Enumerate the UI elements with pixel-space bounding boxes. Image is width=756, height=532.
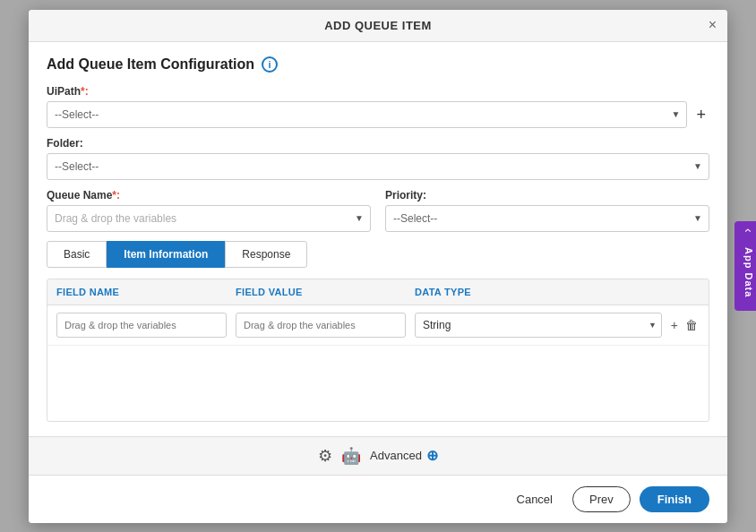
queue-name-input[interactable]: Drag & drop the variables [47,205,371,232]
tab-bar: Basic Item Information Response [47,241,709,268]
table-row: String Number Boolean Date ▼ + 🗑 [47,305,709,346]
folder-label: Folder: [47,137,709,150]
footer-advanced-bar: ⚙ 🤖 Advanced ⊕ [29,436,727,475]
col-field-name: FIELD NAME [56,287,236,297]
priority-select[interactable]: --Select-- [385,205,709,232]
field-name-cell [56,313,227,338]
modal-header: ADD QUEUE ITEM × [29,10,727,42]
col-field-value: FIELD VALUE [236,287,415,297]
prev-button[interactable]: Prev [572,486,631,512]
advanced-label-text: Advanced [370,449,422,462]
tab-basic[interactable]: Basic [47,241,107,268]
col-data-type: DATA TYPE [415,287,700,297]
modal-footer-actions: Cancel Prev Finish [29,475,727,523]
folder-row: Folder: --Select-- ▼ [47,137,709,180]
advanced-section[interactable]: Advanced ⊕ [370,447,438,464]
config-title-text: Add Queue Item Configuration [47,56,254,73]
field-table: FIELD NAME FIELD VALUE DATA TYPE [47,279,709,422]
field-type-cell: String Number Boolean Date ▼ + 🗑 [415,313,700,338]
type-select-wrapper: String Number Boolean Date ▼ [415,313,662,338]
uipath-add-button[interactable]: + [692,105,709,124]
tab-item-information[interactable]: Item Information [107,241,225,268]
bot-icon[interactable]: 🤖 [341,446,361,466]
folder-select-wrapper: --Select-- ▼ [47,153,709,180]
uipath-label: UiPath*: [47,85,709,98]
folder-select[interactable]: --Select-- [47,153,709,180]
priority-form-row: Priority: --Select-- ▼ [385,189,709,232]
field-name-input[interactable] [56,313,227,338]
queue-name-form-row: Queue Name*: Drag & drop the variables ▼ [47,189,371,232]
priority-select-wrapper: --Select-- ▼ [385,205,709,232]
finish-button[interactable]: Finish [640,486,709,512]
config-title-row: Add Queue Item Configuration i [47,56,709,73]
queue-name-placeholder: Drag & drop the variables [55,212,176,225]
modal-body: Add Queue Item Configuration i UiPath*: … [29,42,727,436]
queue-priority-row: Queue Name*: Drag & drop the variables ▼… [47,189,709,241]
field-table-header: FIELD NAME FIELD VALUE DATA TYPE [47,279,709,305]
tab-response[interactable]: Response [225,241,307,268]
modal-title: ADD QUEUE ITEM [324,19,432,32]
uipath-select-wrapper: --Select-- ▼ [47,101,687,128]
priority-label: Priority: [385,189,709,202]
cancel-button[interactable]: Cancel [506,487,563,511]
app-data-panel[interactable]: ‹ App Data [735,221,756,311]
app-data-chevron-icon: ‹ [742,228,756,233]
advanced-plus-icon: ⊕ [426,447,438,464]
gear-icon[interactable]: ⚙ [318,446,332,466]
uipath-row: UiPath*: --Select-- ▼ + [47,85,709,128]
app-data-label: App Data [743,247,754,297]
add-row-button[interactable]: + [669,316,680,334]
modal-close-button[interactable]: × [709,18,717,32]
info-icon[interactable]: i [262,56,278,73]
queue-name-label: Queue Name*: [47,189,371,202]
uipath-select[interactable]: --Select-- [47,101,687,128]
field-value-input[interactable] [236,313,406,338]
type-select[interactable]: String Number Boolean Date [415,313,662,338]
row-actions: + 🗑 [669,316,700,334]
queue-name-input-wrapper: Drag & drop the variables ▼ [47,205,371,232]
delete-row-button[interactable]: 🗑 [683,316,700,334]
uipath-select-row: --Select-- ▼ + [47,101,709,128]
modal-overlay: ‹ App Data ADD QUEUE ITEM × Add Queue It… [0,0,756,532]
field-value-cell [236,313,406,338]
modal-dialog: ADD QUEUE ITEM × Add Queue Item Configur… [29,10,727,523]
